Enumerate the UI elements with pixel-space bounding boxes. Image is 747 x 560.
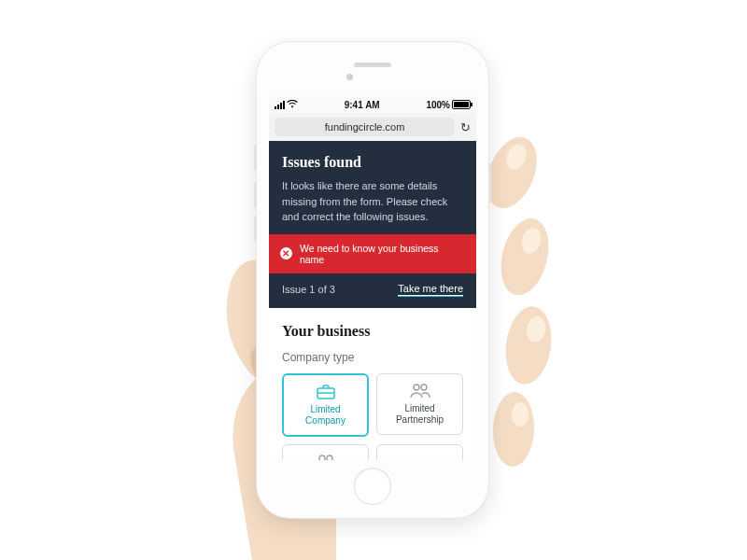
company-type-label: Company type — [282, 351, 463, 364]
company-type-limited-company[interactable]: Limited Company — [282, 373, 369, 437]
issues-title: Issues found — [282, 154, 463, 171]
briefcase-icon — [317, 384, 335, 400]
svg-point-5 — [519, 226, 543, 256]
svg-point-12 — [319, 455, 325, 461]
issue-counter: Issue 1 of 3 — [282, 284, 335, 295]
address-url: fundingcircle.com — [325, 121, 405, 133]
issues-panel: Issues found It looks like there are som… — [269, 141, 476, 234]
svg-point-1 — [494, 213, 557, 300]
svg-point-3 — [492, 391, 536, 467]
phone-speaker — [354, 63, 391, 67]
error-icon: ✕ — [280, 247, 292, 259]
person-icon — [412, 459, 429, 461]
error-message: We need to know your business name — [300, 243, 465, 265]
company-type-grid: Limited Company Lim — [282, 373, 463, 461]
company-type-sole-trader[interactable]: Sole Trader — [376, 444, 463, 461]
svg-point-6 — [525, 315, 547, 344]
company-type-limited-partnership[interactable]: Limited Partnership — [376, 373, 463, 435]
browser-address-bar: fundingcircle.com ↻ — [269, 113, 476, 142]
phone-top-bezel — [257, 42, 488, 96]
people-icon — [315, 454, 337, 461]
issues-description: It looks like there are some details mis… — [282, 178, 463, 225]
address-field[interactable]: fundingcircle.com — [275, 118, 455, 136]
section-title: Your business — [282, 323, 463, 340]
your-business-section: Your business Company type Li — [269, 308, 476, 461]
company-type-ordinary-partnership[interactable]: Ordinary Partnership — [282, 444, 369, 461]
error-banner: ✕ We need to know your business name — [269, 234, 476, 273]
people-icon — [409, 383, 431, 399]
signal-icon — [275, 101, 285, 109]
svg-point-4 — [502, 141, 529, 172]
svg-point-7 — [512, 402, 529, 427]
company-type-label: Limited Partnership — [388, 403, 453, 426]
svg-point-2 — [500, 303, 556, 387]
phone-frame: 9:41 AM 100% fundingcircle.com ↻ — [257, 42, 488, 518]
phone-front-camera — [346, 74, 353, 80]
status-bar-battery-pct: 100% — [426, 100, 450, 110]
issue-nav-bar: Issue 1 of 3 Take me there — [269, 273, 476, 308]
phone-screen: 9:41 AM 100% fundingcircle.com ↻ — [269, 96, 476, 460]
status-bar-time: 9:41 AM — [298, 100, 426, 110]
svg-point-13 — [327, 455, 332, 461]
svg-point-11 — [421, 385, 427, 390]
status-bar: 9:41 AM 100% — [269, 96, 476, 113]
battery-icon — [452, 100, 471, 109]
svg-point-10 — [414, 385, 419, 390]
reload-icon[interactable]: ↻ — [460, 120, 471, 134]
home-button[interactable] — [354, 468, 391, 505]
page-content: Issues found It looks like there are som… — [269, 141, 476, 460]
take-me-there-link[interactable]: Take me there — [398, 283, 463, 297]
wifi-icon — [287, 100, 298, 110]
company-type-label: Limited Company — [293, 404, 359, 427]
